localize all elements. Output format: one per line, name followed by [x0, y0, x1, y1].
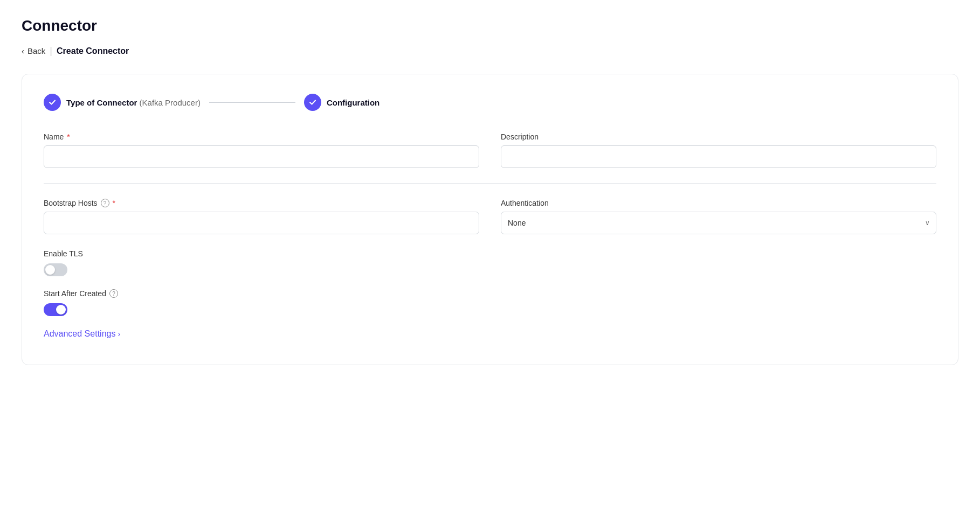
start-after-created-label: Start After Created ?	[44, 289, 936, 298]
enable-tls-slider	[44, 263, 67, 276]
start-after-created-help-icon[interactable]: ?	[109, 289, 118, 298]
bootstrap-hosts-help-icon[interactable]: ?	[101, 199, 109, 207]
bootstrap-hosts-input[interactable]	[44, 212, 479, 234]
start-after-created-toggle[interactable]	[44, 303, 67, 316]
start-after-created-slider	[44, 303, 67, 316]
bootstrap-hosts-label: Bootstrap Hosts ? *	[44, 199, 479, 207]
description-input[interactable]	[501, 145, 936, 168]
description-group: Description	[501, 132, 936, 168]
name-description-row: Name * Description	[44, 132, 936, 168]
page-title: Connector	[22, 17, 958, 34]
breadcrumb: ‹ Back | Create Connector	[22, 45, 958, 57]
name-group: Name *	[44, 132, 479, 168]
name-required: *	[67, 132, 70, 141]
bootstrap-hosts-required: *	[113, 199, 115, 207]
step-2: Configuration	[304, 94, 379, 111]
step-2-icon	[304, 94, 321, 111]
back-label: Back	[27, 46, 45, 55]
enable-tls-label: Enable TLS	[44, 249, 936, 258]
advanced-settings-link[interactable]: Advanced Settings ›	[44, 329, 936, 339]
main-card: Type of Connector (Kafka Producer) Confi…	[22, 74, 958, 365]
description-label: Description	[501, 132, 936, 141]
form-divider	[44, 183, 936, 184]
step-1: Type of Connector (Kafka Producer)	[44, 94, 201, 111]
enable-tls-toggle[interactable]	[44, 263, 67, 276]
breadcrumb-separator: |	[50, 45, 52, 57]
back-arrow-icon: ‹	[22, 46, 24, 55]
step-connector	[209, 102, 295, 103]
breadcrumb-current: Create Connector	[57, 46, 129, 56]
authentication-select[interactable]: None SASL/PLAIN SASL/SCRAM mTLS	[501, 212, 936, 234]
name-label: Name *	[44, 132, 479, 141]
step-1-sublabel: (Kafka Producer)	[140, 98, 201, 107]
advanced-settings-label: Advanced Settings	[44, 329, 115, 339]
bootstrap-auth-row: Bootstrap Hosts ? * Authentication None …	[44, 199, 936, 234]
step-2-label: Configuration	[327, 98, 379, 107]
start-after-created-section: Start After Created ?	[44, 289, 936, 316]
advanced-settings-chevron-icon: ›	[118, 330, 120, 338]
authentication-group: Authentication None SASL/PLAIN SASL/SCRA…	[501, 199, 936, 234]
step-1-label: Type of Connector (Kafka Producer)	[66, 98, 201, 107]
enable-tls-section: Enable TLS	[44, 249, 936, 276]
bootstrap-hosts-group: Bootstrap Hosts ? *	[44, 199, 479, 234]
name-input[interactable]	[44, 145, 479, 168]
authentication-label: Authentication	[501, 199, 936, 207]
authentication-select-wrapper: None SASL/PLAIN SASL/SCRAM mTLS ∨	[501, 212, 936, 234]
stepper: Type of Connector (Kafka Producer) Confi…	[44, 94, 936, 111]
back-button[interactable]: ‹ Back	[22, 46, 45, 55]
step-1-icon	[44, 94, 61, 111]
